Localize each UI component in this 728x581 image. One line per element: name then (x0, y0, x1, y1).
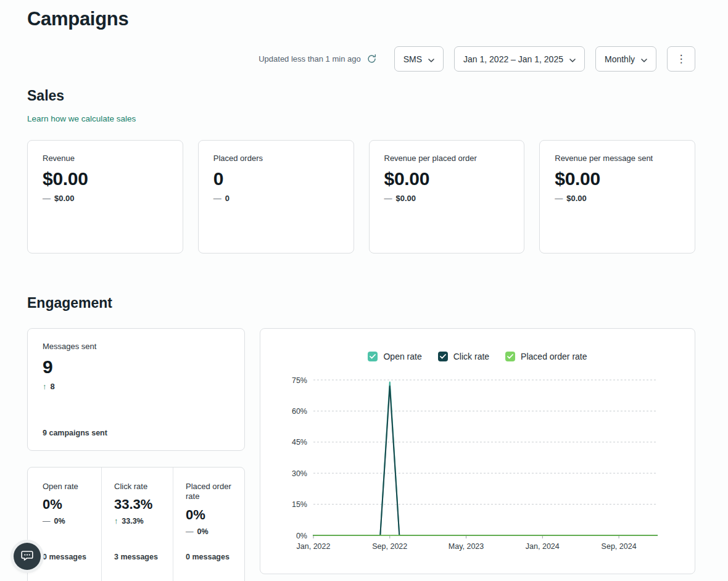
chevron-down-icon (428, 54, 434, 64)
sales-calculation-link[interactable]: Learn how we calculate sales (27, 114, 136, 123)
svg-text:Sep, 2024: Sep, 2024 (602, 542, 637, 551)
svg-text:May, 2023: May, 2023 (449, 542, 484, 551)
updated-status: Updated less than 1 min ago (259, 54, 361, 64)
metric-label: Revenue per message sent (555, 154, 680, 163)
rate-messages: 3 messages (114, 553, 167, 561)
interval-select-value: Monthly (605, 54, 635, 64)
metric-value: $0.00 (384, 168, 510, 189)
svg-text:45%: 45% (292, 438, 307, 447)
revenue-per-order-card: Revenue per placed order $0.00 — $0.00 (369, 140, 525, 253)
open-rate-col: Open rate 0% — 0% 0 messages (28, 468, 101, 581)
delta-symbol: — (213, 194, 221, 203)
engagement-chart-card: Open rate Click rate Placed order rate 0… (260, 328, 695, 574)
svg-text:Jan, 2024: Jan, 2024 (526, 542, 560, 551)
delta-value: $0.00 (396, 194, 416, 203)
delta-value: 8 (51, 382, 55, 391)
metric-delta: — 0 (213, 194, 339, 203)
rate-delta: — 0% (43, 517, 95, 525)
help-chat-button[interactable] (14, 543, 41, 570)
svg-text:30%: 30% (292, 469, 307, 478)
delta-symbol: ↑ (114, 517, 118, 525)
date-range-value: Jan 1, 2022 – Jan 1, 2025 (463, 54, 563, 64)
metric-label: Messages sent (43, 342, 230, 351)
metric-delta: — $0.00 (555, 194, 680, 203)
chevron-down-icon (569, 54, 576, 64)
legend-item-click-rate[interactable]: Click rate (438, 352, 489, 361)
metric-delta: — $0.00 (384, 194, 510, 203)
checkbox-checked-icon[interactable] (368, 352, 378, 361)
toolbar: Updated less than 1 min ago SMS Jan 1, 2… (259, 46, 695, 72)
more-options-button[interactable]: ⋮ (667, 46, 695, 72)
engagement-section-title: Engagement (27, 295, 112, 311)
metric-delta: ↑ 8 (43, 382, 230, 391)
metric-value: 9 (43, 356, 230, 377)
rate-delta: ↑ 33.3% (114, 517, 167, 525)
placed-orders-card: Placed orders 0 — 0 (198, 140, 354, 253)
metric-value: $0.00 (555, 168, 680, 189)
rate-messages: 0 messages (43, 553, 95, 561)
svg-text:15%: 15% (292, 500, 307, 509)
metric-value: $0.00 (43, 168, 168, 189)
delta-symbol: — (555, 194, 563, 203)
delta-symbol: — (384, 194, 392, 203)
rate-label: Click rate (114, 482, 167, 492)
revenue-per-message-card: Revenue per message sent $0.00 — $0.00 (539, 140, 695, 253)
legend-label: Open rate (383, 352, 421, 361)
legend-label: Placed order rate (521, 352, 587, 361)
rates-card: Open rate 0% — 0% 0 messages Click rate … (27, 467, 245, 581)
placed-order-rate-col: Placed order rate 0% — 0% 0 messages (173, 468, 244, 581)
rate-label: Placed order rate (186, 482, 238, 502)
delta-value: $0.00 (566, 194, 587, 203)
svg-text:75%: 75% (292, 376, 307, 385)
channel-select-value: SMS (403, 54, 422, 64)
metric-value: 0 (213, 168, 339, 189)
channel-select[interactable]: SMS (394, 46, 444, 72)
date-range-select[interactable]: Jan 1, 2022 – Jan 1, 2025 (454, 46, 585, 72)
refresh-icon[interactable] (366, 54, 377, 64)
svg-text:60%: 60% (292, 407, 307, 416)
legend-label: Click rate (453, 352, 489, 361)
rate-value: 0% (43, 497, 95, 513)
click-rate-col: Click rate 33.3% ↑ 33.3% 3 messages (101, 468, 173, 581)
checkbox-checked-icon[interactable] (438, 352, 448, 361)
interval-select[interactable]: Monthly (595, 46, 656, 72)
delta-symbol: — (186, 527, 194, 536)
svg-text:Sep, 2022: Sep, 2022 (372, 542, 407, 551)
chat-bubble-icon (20, 550, 34, 564)
messages-sent-card: Messages sent 9 ↑ 8 9 campaigns sent (27, 328, 245, 451)
rate-messages: 0 messages (186, 553, 238, 561)
metric-label: Revenue per placed order (384, 154, 510, 163)
rate-delta: — 0% (186, 527, 238, 536)
legend-item-open-rate[interactable]: Open rate (368, 352, 421, 361)
metric-label: Placed orders (213, 154, 339, 163)
metric-delta: — $0.00 (43, 194, 168, 203)
rate-value: 33.3% (114, 497, 167, 513)
sales-cards-row: Revenue $0.00 — $0.00 Placed orders 0 — … (27, 140, 695, 253)
rate-label: Open rate (43, 482, 95, 492)
metric-label: Revenue (43, 154, 168, 163)
delta-symbol: ↑ (43, 382, 47, 391)
engagement-line-chart: 0%15%30%45%60%75%Jan, 2022Sep, 2022May, … (265, 371, 691, 574)
svg-text:0%: 0% (296, 532, 307, 540)
svg-text:Jan, 2022: Jan, 2022 (297, 542, 331, 551)
rate-value: 0% (186, 507, 238, 523)
delta-value: 0% (197, 527, 209, 536)
delta-value: 33.3% (122, 517, 143, 525)
checkbox-checked-icon[interactable] (505, 352, 515, 361)
campaigns-sent-footer: 9 campaigns sent (43, 429, 230, 437)
delta-value: 0 (225, 194, 230, 203)
chart-legend: Open rate Click rate Placed order rate (260, 352, 695, 361)
sales-section-title: Sales (27, 88, 64, 104)
delta-symbol: — (43, 517, 51, 525)
delta-value: 0% (54, 517, 65, 525)
chevron-down-icon (641, 54, 647, 64)
delta-symbol: — (43, 194, 51, 203)
page-title: Campaigns (27, 8, 128, 30)
legend-item-placed-order-rate[interactable]: Placed order rate (505, 352, 587, 361)
revenue-card: Revenue $0.00 — $0.00 (27, 140, 183, 253)
delta-value: $0.00 (54, 194, 75, 203)
